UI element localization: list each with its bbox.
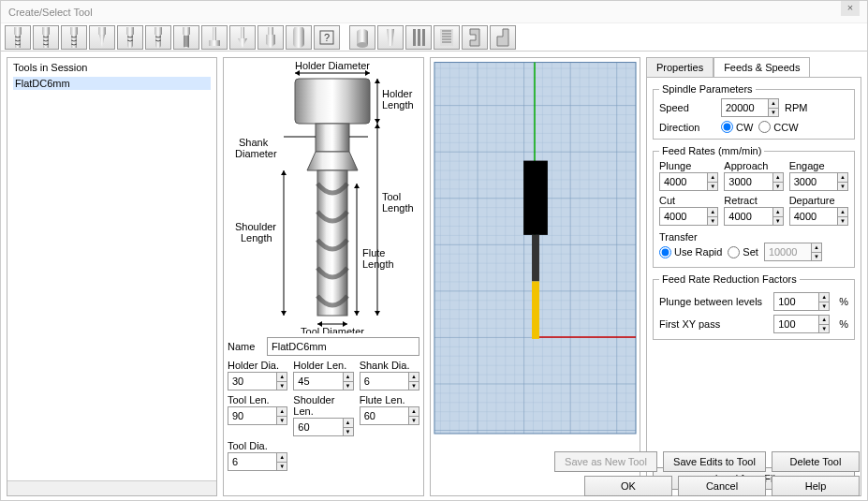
toolbtn-flatbottom[interactable] [201,25,228,50]
first-xy-input[interactable] [774,316,818,332]
direction-ccw-radio[interactable]: CCW [758,121,798,133]
holder-len-input[interactable] [294,373,342,390]
toolbtn-stock-bracket[interactable] [462,25,488,50]
toolbtn-endmill-2[interactable] [33,25,59,50]
spin-up[interactable]: ▲ [276,373,287,382]
retract-label: Retract [724,195,783,206]
tool-dia-input[interactable] [228,453,276,470]
svg-rect-22 [316,124,349,152]
delete-tool-button[interactable]: Delete Tool [772,451,860,472]
tools-in-session-panel: Tools in Session FlatDC6mm [7,57,217,496]
flute-len-label: Flute Len. [360,394,419,405]
tab-feeds-speeds[interactable]: Feeds & Speeds [714,57,810,77]
toolbtn-stock-bars[interactable] [405,25,432,50]
approach-input[interactable] [725,173,772,190]
spin-down[interactable]: ▼ [276,382,287,390]
spindle-parameters-group: Spindle Parameters Speed ▲▼ RPM Directio… [653,83,855,140]
svg-rect-8 [213,27,216,40]
toolbtn-vbit[interactable] [89,25,115,50]
tools-in-session-header: Tools in Session [7,58,216,77]
holder-dia-input[interactable] [228,373,276,390]
feed-reduction-group: Feed Rate Reduction Factors Plunge betwe… [653,273,855,340]
svg-text:Diameter: Diameter [235,148,277,159]
shank-dia-input[interactable] [360,373,408,390]
help-button[interactable]: Help [772,476,860,496]
engage-input[interactable] [790,173,837,190]
diag-label-tool-len: Tool [382,191,401,202]
transfer-set-input[interactable] [765,243,811,260]
flute-len-input[interactable] [360,407,408,424]
shank-dia-label: Shank Dia. [360,360,419,371]
toolbtn-endmill-3[interactable] [61,25,87,50]
toolbtn-endmill-1[interactable] [5,25,31,50]
spindle-legend: Spindle Parameters [659,83,756,95]
svg-rect-4 [126,27,134,35]
departure-input[interactable] [790,208,837,225]
speed-input[interactable] [722,99,768,116]
shoulder-len-input[interactable] [294,419,342,435]
svg-rect-21 [295,79,370,124]
toolbtn-ball-1[interactable] [117,25,143,50]
direction-label: Direction [659,122,715,133]
holder-dia-label: Holder Dia. [228,360,287,371]
cut-input[interactable] [660,208,707,225]
properties-panel: Properties Feeds & Speeds Spindle Parame… [646,57,861,496]
toolbtn-stock-cone[interactable] [377,25,404,50]
ok-button[interactable]: OK [584,476,672,496]
session-tool-item[interactable]: FlatDC6mm [13,77,211,90]
diag-label-flute-len: Flute [362,247,385,258]
svg-rect-6 [183,27,190,35]
save-as-new-tool-button: Save as New Tool [554,451,657,472]
toolbtn-thread[interactable] [173,25,199,50]
diag-label-shank-dia: Shank [239,137,269,148]
plunge-between-label: Plunge between levels [659,296,768,307]
name-input[interactable] [267,337,419,356]
plunge-between-input[interactable] [774,293,818,310]
svg-rect-3 [98,27,106,35]
toolbtn-stock-slots[interactable] [434,25,460,50]
svg-rect-19 [422,29,425,46]
transfer-set-radio[interactable]: Set [728,246,758,258]
save-edits-button[interactable]: Save Edits to Tool [663,451,766,472]
toolbtn-chamfer[interactable] [257,25,284,50]
tools-in-session-list[interactable]: FlatDC6mm [7,77,216,480]
toolbtn-stock-step[interactable] [490,25,516,50]
diag-label-holder-len: Holder [382,88,413,99]
tool-preview-3d[interactable] [430,57,640,496]
svg-rect-44 [532,281,539,338]
close-icon[interactable]: × [841,1,860,16]
toolbtn-stock-cylinder[interactable] [349,25,375,50]
window-title: Create/Select Tool [8,1,93,22]
tab-properties[interactable]: Properties [646,57,714,77]
transfer-use-rapid-radio[interactable]: Use Rapid [659,246,722,258]
direction-cw-radio[interactable]: CW [721,121,753,133]
svg-rect-9 [209,40,220,46]
svg-rect-43 [532,235,539,282]
svg-text:Length: Length [241,232,272,243]
svg-rect-42 [523,161,548,235]
svg-rect-5 [154,27,162,35]
diag-label-tool-dia: Tool Diameter [301,326,364,333]
svg-rect-0 [14,27,22,35]
tool-type-toolbar: ? [1,23,867,52]
toolbtn-spot[interactable] [229,25,256,50]
toolbtn-help[interactable]: ? [314,25,340,50]
toolbtn-spade[interactable] [286,25,312,50]
cut-label: Cut [659,195,718,206]
first-xy-label: First XY pass [659,318,768,330]
svg-text:?: ? [324,32,330,43]
diag-label-holder-dia: Holder Diameter [295,62,370,71]
tool-dia-label: Tool Dia. [228,440,287,451]
retract-input[interactable] [725,208,772,225]
toolbtn-ball-2[interactable] [145,25,171,50]
engage-label: Engage [789,160,848,171]
plunge-label: Plunge [659,160,718,171]
tool-len-input[interactable] [228,407,276,424]
cancel-button[interactable]: Cancel [678,476,766,496]
plunge-input[interactable] [660,173,707,190]
horizontal-scrollbar[interactable] [7,480,216,495]
tool-geometry-panel: Holder Diameter HolderLength ShankDiamet… [223,57,424,496]
name-label: Name [228,341,263,352]
svg-rect-17 [413,29,416,46]
percent-label: % [839,296,848,307]
